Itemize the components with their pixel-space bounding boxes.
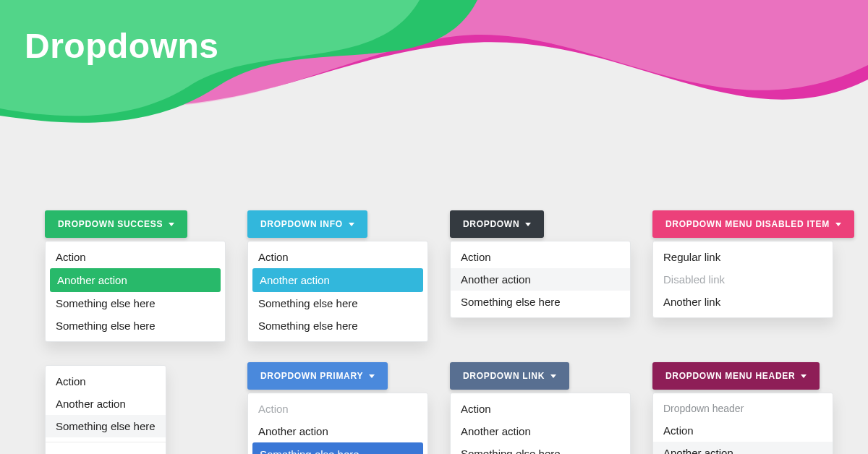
menu-item[interactable]: Something else here [46, 314, 225, 337]
dropdown-primary-button[interactable]: Dropdown Primary [247, 362, 388, 390]
dropdown-info-menu: Action Another action Something else her… [247, 241, 428, 342]
menu-item[interactable]: Separated link [46, 447, 166, 454]
menu-item[interactable]: Something else here [46, 292, 225, 314]
menu-divider [46, 442, 166, 442]
menu-item[interactable]: Something else here [248, 292, 427, 314]
dropdown-primary-label: Dropdown Primary [260, 371, 363, 381]
dropdown-primary-menu: Action Another action Something else her… [247, 393, 428, 454]
caret-down-icon [550, 374, 556, 378]
menu-item-hover[interactable]: Another action [451, 268, 630, 291]
page-title: Dropdowns [0, 0, 868, 66]
menu-item-active[interactable]: Something else here [252, 442, 423, 454]
menu-item-hover[interactable]: Something else here [46, 415, 166, 437]
dropdown-link-button[interactable]: Dropdown Link [450, 362, 569, 390]
dropdown-link-label: Dropdown Link [463, 371, 545, 381]
dropdown-disabled-menu: Regular link Disabled link Another link [652, 241, 833, 318]
dropup-menu: Action Another action Something else her… [45, 365, 166, 454]
menu-item-active[interactable]: Another action [50, 268, 221, 292]
menu-item[interactable]: Regular link [653, 246, 833, 268]
dropdown-success-label: Dropdown Success [58, 219, 163, 229]
dropdown-link-menu: Action Another action Something else her… [450, 393, 631, 454]
dropdown-dark-menu: Action Another action Something else her… [450, 241, 631, 318]
caret-down-icon [349, 223, 354, 226]
dropdown-primary: Dropdown Primary Action Another action S… [247, 362, 428, 454]
caret-down-icon [801, 374, 807, 378]
dropdown-disabled: Dropdown Menu Disabled Item Regular link… [652, 210, 833, 318]
menu-item-disabled: Action [248, 398, 427, 420]
dropdown-dark-button[interactable]: Dropdown [450, 210, 544, 238]
menu-item[interactable]: Another action [248, 420, 427, 442]
menu-item-hover[interactable]: Another action [653, 442, 833, 454]
menu-item-disabled: Disabled link [653, 268, 833, 291]
menu-item[interactable]: Something else here [248, 314, 427, 337]
menu-item[interactable]: Another link [653, 291, 833, 313]
caret-down-icon [835, 223, 841, 226]
dropdown-success: Dropdown Success Action Another action S… [45, 210, 226, 342]
menu-item[interactable]: Action [451, 398, 630, 420]
dropdown-header-menu: Dropdown header Action Another action [652, 393, 833, 454]
menu-item[interactable]: Something else here [451, 291, 630, 313]
menu-item[interactable]: Another action [451, 420, 630, 442]
dropdown-header: Dropdown Menu Header Dropdown header Act… [652, 362, 833, 454]
dropdown-info: Dropdown Info Action Another action Some… [247, 210, 428, 342]
dropdown-disabled-label: Dropdown Menu Disabled Item [665, 219, 830, 229]
menu-item[interactable]: Action [451, 246, 630, 268]
menu-item[interactable]: Action [46, 246, 225, 268]
caret-down-icon [369, 374, 375, 378]
dropdown-header-label: Dropdown Menu Header [665, 371, 795, 381]
dropdown-info-button[interactable]: Dropdown Info [247, 210, 367, 238]
dropdown-header-button[interactable]: Dropdown Menu Header [652, 362, 820, 390]
menu-item[interactable]: Action [653, 419, 833, 442]
dropdown-info-label: Dropdown Info [260, 219, 343, 229]
dropdown-success-menu: Action Another action Something else her… [45, 241, 226, 342]
dropdown-link: Dropdown Link Action Another action Some… [450, 362, 631, 454]
dropdown-success-button[interactable]: Dropdown Success [45, 210, 187, 238]
caret-down-icon [169, 223, 174, 226]
dropup: Action Another action Something else her… [45, 362, 226, 454]
caret-down-icon [525, 223, 531, 226]
dropdown-dark: Dropdown Action Another action Something… [450, 210, 631, 318]
menu-item[interactable]: Action [46, 370, 166, 393]
menu-item-active[interactable]: Another action [252, 268, 423, 292]
menu-header: Dropdown header [653, 398, 833, 419]
dropdown-disabled-button[interactable]: Dropdown Menu Disabled Item [652, 210, 854, 238]
menu-item[interactable]: Action [248, 246, 427, 268]
menu-item[interactable]: Another action [46, 393, 166, 415]
menu-item[interactable]: Something else here [451, 442, 630, 454]
dropdown-dark-label: Dropdown [463, 219, 519, 229]
